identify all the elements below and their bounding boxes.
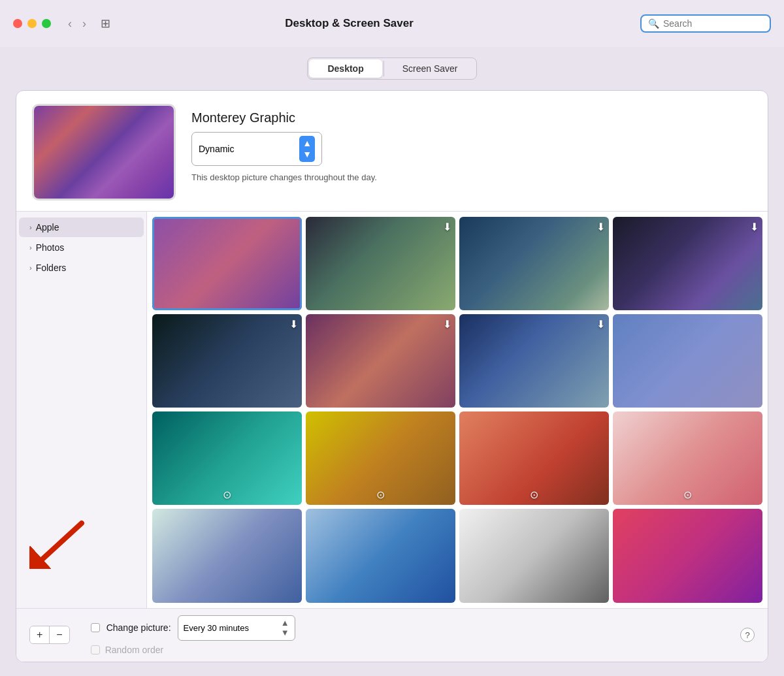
wallpaper-grid-container[interactable]: ⬇ ⬇ ⬇ ⬇ ⬇ ⬇ bbox=[147, 212, 768, 608]
interval-value: Every 30 minutes bbox=[184, 623, 277, 633]
change-picture-label: Change picture: bbox=[106, 622, 171, 633]
sidebar-item-label: Folders bbox=[36, 263, 67, 273]
main-panel: Monterey Graphic Dynamic ▲ ▼ This deskto… bbox=[16, 90, 768, 662]
svg-line-1 bbox=[42, 523, 82, 559]
chevron-right-icon: › bbox=[29, 244, 32, 251]
wallpaper-item-4[interactable]: ⬇ bbox=[613, 217, 762, 310]
preview-image bbox=[34, 106, 174, 199]
arrow-annotation bbox=[29, 517, 134, 569]
tabs-row: Desktop Screen Saver bbox=[16, 57, 768, 80]
dynamic-badge-icon: ⊙ bbox=[223, 489, 231, 501]
wallpaper-item-1[interactable] bbox=[152, 217, 302, 310]
wallpaper-item-7[interactable]: ⬇ bbox=[459, 314, 609, 408]
tabs-container: Desktop Screen Saver bbox=[307, 57, 476, 80]
download-icon: ⬇ bbox=[443, 221, 451, 233]
remove-button[interactable]: − bbox=[49, 626, 69, 643]
dynamic-dropdown[interactable]: Dynamic ▲ ▼ bbox=[191, 132, 322, 166]
wallpaper-item-15[interactable] bbox=[459, 509, 609, 602]
search-box[interactable]: 🔍 bbox=[640, 14, 771, 33]
dropdown-arrows-icon: ▲ ▼ bbox=[299, 136, 315, 162]
dynamic-badge-icon: ⊙ bbox=[376, 489, 385, 501]
wallpaper-preview-thumbnail bbox=[32, 104, 176, 201]
preview-info: Monterey Graphic Dynamic ▲ ▼ This deskto… bbox=[191, 104, 377, 182]
sidebar: › Apple › Photos › Folders bbox=[16, 212, 147, 608]
random-order-label: Random order bbox=[105, 645, 164, 655]
wallpaper-item-10[interactable]: ⊙ bbox=[306, 411, 455, 505]
main-content: Desktop Screen Saver Monterey Graphic Dy… bbox=[0, 47, 784, 676]
dynamic-badge-icon: ⊙ bbox=[530, 489, 538, 501]
wallpaper-item-2[interactable]: ⬇ bbox=[306, 217, 455, 310]
wallpaper-item-5[interactable]: ⬇ bbox=[152, 314, 302, 408]
maximize-button[interactable] bbox=[42, 19, 51, 28]
download-icon: ⬇ bbox=[289, 318, 298, 330]
search-input[interactable] bbox=[663, 18, 763, 29]
download-icon: ⬇ bbox=[596, 318, 605, 330]
sidebar-item-photos[interactable]: › Photos bbox=[19, 238, 144, 257]
download-icon: ⬇ bbox=[596, 221, 605, 233]
dropdown-value: Dynamic bbox=[199, 144, 294, 154]
dynamic-badge-icon: ⊙ bbox=[683, 489, 692, 501]
tab-desktop[interactable]: Desktop bbox=[309, 59, 382, 78]
chevron-right-icon: › bbox=[29, 223, 32, 231]
wallpaper-name: Monterey Graphic bbox=[191, 110, 377, 125]
download-icon: ⬇ bbox=[443, 318, 451, 330]
add-button[interactable]: + bbox=[30, 626, 49, 643]
tab-screensaver[interactable]: Screen Saver bbox=[384, 58, 476, 79]
interval-dropdown[interactable]: Every 30 minutes ▲ ▼ bbox=[178, 615, 295, 641]
window-title: Desktop & Screen Saver bbox=[66, 17, 632, 30]
selected-ring bbox=[152, 217, 302, 310]
sidebar-item-label: Photos bbox=[36, 242, 65, 253]
add-remove-buttons: + − bbox=[29, 626, 70, 644]
random-order-row: Random order bbox=[91, 645, 730, 655]
wallpaper-item-9[interactable]: ⊙ bbox=[152, 411, 302, 505]
minimize-button[interactable] bbox=[27, 19, 37, 28]
content-area: › Apple › Photos › Folders bbox=[16, 211, 768, 608]
wallpaper-item-3[interactable]: ⬇ bbox=[459, 217, 609, 310]
wallpaper-item-11[interactable]: ⊙ bbox=[459, 411, 609, 505]
bottom-bar: + − Change picture: Every 30 minutes ▲ ▼ bbox=[16, 608, 768, 662]
sidebar-item-folders[interactable]: › Folders bbox=[19, 258, 144, 278]
random-order-checkbox[interactable] bbox=[91, 645, 100, 654]
preview-description: This desktop picture changes throughout … bbox=[191, 172, 377, 182]
preview-section: Monterey Graphic Dynamic ▲ ▼ This deskto… bbox=[16, 91, 768, 211]
interval-arrows-icon: ▲ ▼ bbox=[281, 618, 289, 638]
wallpaper-item-12[interactable]: ⊙ bbox=[613, 411, 762, 505]
download-icon: ⬇ bbox=[750, 221, 759, 233]
sidebar-item-label: Apple bbox=[36, 222, 59, 233]
traffic-lights bbox=[13, 19, 51, 28]
close-button[interactable] bbox=[13, 19, 22, 28]
wallpaper-item-13[interactable] bbox=[152, 509, 302, 602]
titlebar: ‹ › ⊞ Desktop & Screen Saver 🔍 bbox=[0, 0, 784, 47]
change-picture-row: Change picture: Every 30 minutes ▲ ▼ bbox=[91, 615, 730, 641]
search-icon: 🔍 bbox=[648, 18, 659, 29]
help-button[interactable]: ? bbox=[740, 628, 755, 642]
sidebar-item-apple[interactable]: › Apple bbox=[19, 217, 144, 237]
wallpaper-item-6[interactable]: ⬇ bbox=[306, 314, 455, 408]
wallpaper-item-14[interactable] bbox=[306, 509, 455, 602]
change-picture-checkbox[interactable] bbox=[91, 623, 100, 632]
chevron-right-icon: › bbox=[29, 264, 32, 272]
wallpaper-item-16[interactable] bbox=[613, 509, 762, 602]
wallpaper-item-8[interactable] bbox=[613, 314, 762, 408]
wallpaper-grid: ⬇ ⬇ ⬇ ⬇ ⬇ ⬇ bbox=[152, 217, 762, 603]
